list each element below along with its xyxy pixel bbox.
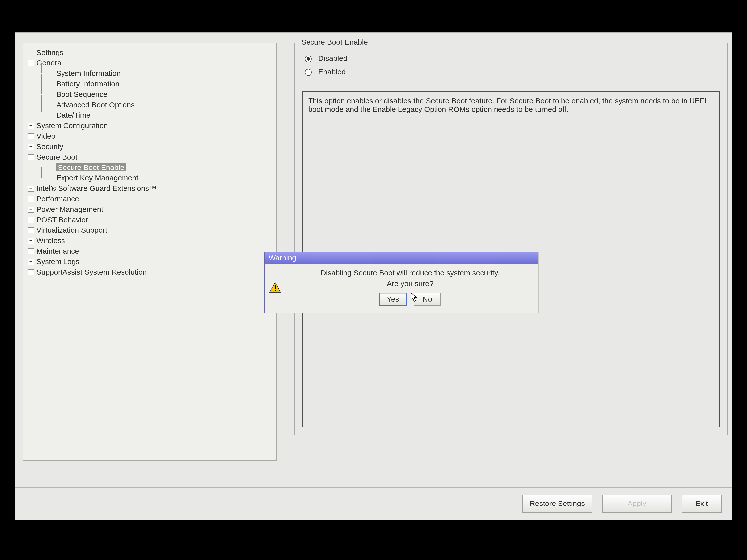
tree-maintenance[interactable]: + Maintenance xyxy=(26,246,274,256)
expand-icon[interactable]: + xyxy=(28,248,34,255)
tree-system-logs[interactable]: + System Logs xyxy=(26,256,274,267)
expand-icon[interactable]: + xyxy=(28,123,34,129)
tree-system-information[interactable]: System Information xyxy=(26,68,274,79)
tree-selected-label: Secure Boot Enable xyxy=(56,163,126,171)
footer-bar: Restore Settings Apply Exit xyxy=(16,487,731,520)
svg-rect-2 xyxy=(275,290,276,291)
radio-disabled[interactable] xyxy=(305,55,312,62)
expand-icon[interactable]: + xyxy=(28,269,34,275)
svg-rect-1 xyxy=(275,286,276,289)
tree-security[interactable]: + Security xyxy=(26,141,274,152)
radio-enabled-label: Enabled xyxy=(318,68,345,76)
tree-expert-key-management[interactable]: Expert Key Management xyxy=(26,173,274,183)
tree-supportassist[interactable]: + SupportAssist System Resolution xyxy=(26,267,274,277)
content-panel: Secure Boot Enable Disabled Enabled This… xyxy=(294,38,727,461)
tree-system-configuration[interactable]: + System Configuration xyxy=(26,121,274,131)
dialog-line1: Disabling Secure Boot will reduce the sy… xyxy=(290,269,531,277)
secure-boot-enable-group: Secure Boot Enable Disabled Enabled This… xyxy=(294,43,727,435)
expand-icon[interactable]: + xyxy=(28,186,34,192)
expand-icon[interactable]: + xyxy=(28,259,34,265)
tree-sgx[interactable]: + Intel® Software Guard Extensions™ xyxy=(26,183,274,194)
tree-power-management[interactable]: + Power Management xyxy=(26,204,274,215)
expand-icon[interactable]: + xyxy=(28,217,34,223)
tree-video[interactable]: + Video xyxy=(26,131,274,141)
settings-tree[interactable]: Settings − General System Information Ba… xyxy=(23,43,277,461)
tree-date-time[interactable]: Date/Time xyxy=(26,110,274,121)
tree-virtualization[interactable]: + Virtualization Support xyxy=(26,225,274,236)
bios-window: Dell Inspiron 17-7779 Settings − General… xyxy=(15,32,732,520)
expand-icon[interactable]: + xyxy=(28,133,34,139)
expand-icon[interactable]: + xyxy=(28,196,34,202)
tree-secure-boot[interactable]: − Secure Boot xyxy=(26,152,274,162)
radio-disabled-label: Disabled xyxy=(318,54,347,62)
dialog-title: Warning xyxy=(265,252,538,264)
tree-advanced-boot-options[interactable]: Advanced Boot Options xyxy=(26,100,274,110)
warning-icon xyxy=(269,282,281,295)
warning-dialog: Warning Disabling Secure Boot will reduc… xyxy=(264,252,538,313)
expand-icon[interactable]: + xyxy=(28,144,34,150)
tree-battery-information[interactable]: Battery Information xyxy=(26,79,274,89)
tree-boot-sequence[interactable]: Boot Sequence xyxy=(26,89,274,100)
restore-settings-button[interactable]: Restore Settings xyxy=(522,495,592,513)
expand-icon[interactable]: + xyxy=(28,207,34,213)
tree-general-label: General xyxy=(36,59,63,67)
exit-button[interactable]: Exit xyxy=(682,495,722,513)
dialog-no-button[interactable]: No xyxy=(414,293,441,306)
dialog-line2: Are you sure? xyxy=(290,279,531,288)
radio-enabled[interactable] xyxy=(305,69,312,76)
tree-secure-boot-enable[interactable]: Secure Boot Enable xyxy=(26,162,274,173)
tree-post-behavior[interactable]: + POST Behavior xyxy=(26,215,274,225)
tree-performance[interactable]: + Performance xyxy=(26,194,274,204)
expand-icon[interactable]: + xyxy=(28,228,34,234)
group-title: Secure Boot Enable xyxy=(299,38,370,46)
radio-disabled-row[interactable]: Disabled xyxy=(305,54,720,63)
tree-root-label: Settings xyxy=(36,48,63,56)
expand-icon[interactable]: + xyxy=(28,238,34,244)
tree-wireless[interactable]: + Wireless xyxy=(26,236,274,246)
tree-general[interactable]: − General xyxy=(26,58,274,68)
radio-enabled-row[interactable]: Enabled xyxy=(305,68,720,76)
collapse-icon[interactable]: − xyxy=(28,60,34,66)
collapse-icon[interactable]: − xyxy=(28,154,34,160)
dialog-yes-button[interactable]: Yes xyxy=(379,293,407,306)
tree-root[interactable]: Settings xyxy=(26,47,274,58)
apply-button[interactable]: Apply xyxy=(602,495,672,513)
description-text: This option enables or disables the Secu… xyxy=(308,97,706,113)
